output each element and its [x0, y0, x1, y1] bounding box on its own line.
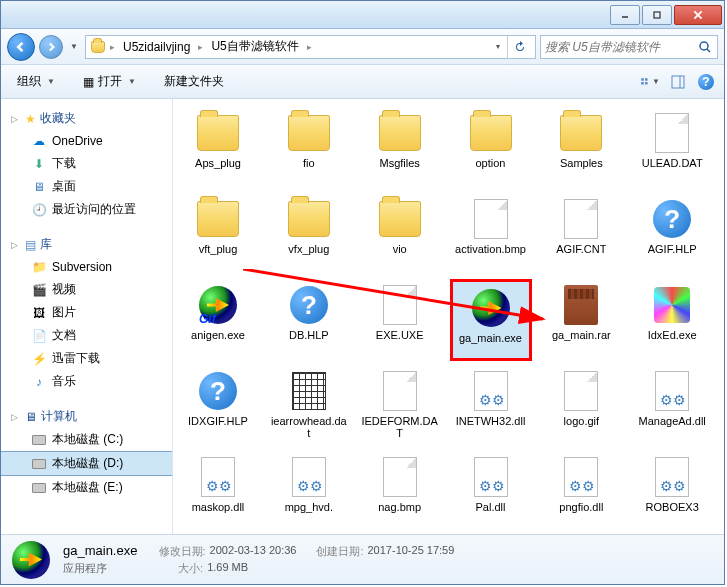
- file-item[interactable]: ?IDXGIF.HLP: [177, 365, 259, 447]
- file-label: vft_plug: [199, 243, 238, 255]
- breadcrumb-item[interactable]: U5zidailvjing: [119, 38, 194, 56]
- nav-history-dropdown[interactable]: ▼: [67, 37, 81, 57]
- file-label: ROBOEX3: [646, 501, 699, 513]
- titlebar: [1, 1, 724, 29]
- file-item[interactable]: ⚙⚙maskop.dll: [177, 451, 259, 533]
- file-label: anigen.exe: [191, 329, 245, 341]
- address-dropdown[interactable]: ▾: [491, 37, 505, 57]
- folder-icon: [90, 39, 106, 55]
- file-item[interactable]: ⚙⚙INETWH32.dll: [450, 365, 532, 447]
- search-input[interactable]: [545, 40, 696, 54]
- computer-header[interactable]: ▷🖥计算机: [1, 405, 172, 428]
- file-item[interactable]: ⚙⚙pngfio.dll: [540, 451, 622, 533]
- sidebar-item-thunder[interactable]: ⚡迅雷下载: [1, 347, 172, 370]
- file-label: fio: [303, 157, 315, 169]
- file-label: IDXGIF.HLP: [188, 415, 248, 427]
- details-filename: ga_main.exe: [63, 543, 137, 558]
- file-item[interactable]: IEDEFORM.DAT: [359, 365, 441, 447]
- close-button[interactable]: [674, 5, 722, 25]
- file-label: nag.bmp: [378, 501, 421, 513]
- sidebar-item-downloads[interactable]: ⬇下载: [1, 152, 172, 175]
- file-label: INETWH32.dll: [456, 415, 526, 427]
- nav-forward-button[interactable]: [39, 35, 63, 59]
- disk-icon: [31, 480, 47, 496]
- preview-pane-button[interactable]: [668, 72, 688, 92]
- dll-icon: ⚙⚙: [467, 455, 515, 499]
- search-box[interactable]: [540, 35, 718, 59]
- file-item[interactable]: ⚙⚙ManageAd.dll: [631, 365, 713, 447]
- file-label: EXE.UXE: [376, 329, 424, 341]
- file-item[interactable]: ?AGIF.HLP: [631, 193, 713, 275]
- desktop-icon: 🖥: [31, 179, 47, 195]
- library-icon: ▤: [25, 238, 36, 252]
- sidebar-item-subversion[interactable]: 📁Subversion: [1, 256, 172, 278]
- favorites-header[interactable]: ▷★收藏夹: [1, 107, 172, 130]
- file-item[interactable]: fio: [268, 107, 350, 189]
- file-item[interactable]: IdxEd.exe: [631, 279, 713, 361]
- sidebar-item-music[interactable]: ♪音乐: [1, 370, 172, 393]
- svg-rect-9: [645, 82, 648, 85]
- sidebar-item-videos[interactable]: 🎬视频: [1, 278, 172, 301]
- sidebar-item-recent[interactable]: 🕘最近访问的位置: [1, 198, 172, 221]
- folder-icon: [194, 111, 242, 155]
- minimize-button[interactable]: [610, 5, 640, 25]
- file-label: vfx_plug: [288, 243, 329, 255]
- file-item[interactable]: Gifanigen.exe: [177, 279, 259, 361]
- sidebar-item-onedrive[interactable]: ☁OneDrive: [1, 130, 172, 152]
- music-icon: ♪: [31, 374, 47, 390]
- sidebar-item-documents[interactable]: 📄文档: [1, 324, 172, 347]
- file-item[interactable]: ULEAD.DAT: [631, 107, 713, 189]
- file-item[interactable]: Aps_plug: [177, 107, 259, 189]
- star-icon: ★: [25, 112, 36, 126]
- video-icon: 🎬: [31, 282, 47, 298]
- help-button[interactable]: ?: [696, 72, 716, 92]
- refresh-button[interactable]: [507, 36, 531, 58]
- file-item[interactable]: ga_main.rar: [540, 279, 622, 361]
- file-item[interactable]: ⚙⚙ROBOEX3: [631, 451, 713, 533]
- sidebar-item-pictures[interactable]: 🖼图片: [1, 301, 172, 324]
- sidebar-item-disk-e[interactable]: 本地磁盘 (E:): [1, 476, 172, 499]
- cloud-icon: ☁: [31, 133, 47, 149]
- file-item[interactable]: vio: [359, 193, 441, 275]
- file-item[interactable]: logo.gif: [540, 365, 622, 447]
- file-label: Msgfiles: [379, 157, 419, 169]
- breadcrumb-item[interactable]: U5自带滤镜软件: [207, 36, 302, 57]
- libraries-header[interactable]: ▷▤库: [1, 233, 172, 256]
- file-item[interactable]: ga_main.exe: [450, 279, 532, 361]
- file-item[interactable]: vfx_plug: [268, 193, 350, 275]
- file-item[interactable]: ?DB.HLP: [268, 279, 350, 361]
- nav-back-button[interactable]: [7, 33, 35, 61]
- file-item[interactable]: option: [450, 107, 532, 189]
- address-path[interactable]: ▸ U5zidailvjing ▸ U5自带滤镜软件 ▸ ▾: [85, 35, 536, 59]
- file-item[interactable]: iearrowhead.dat: [268, 365, 350, 447]
- download-icon: ⬇: [31, 156, 47, 172]
- view-button[interactable]: ▼: [640, 72, 660, 92]
- grid-icon: [285, 369, 333, 413]
- file-item[interactable]: EXE.UXE: [359, 279, 441, 361]
- newfolder-button[interactable]: 新建文件夹: [156, 69, 232, 94]
- file-icon: [376, 369, 424, 413]
- file-item[interactable]: ⚙⚙Pal.dll: [450, 451, 532, 533]
- open-button[interactable]: ▦打开▼: [75, 69, 144, 94]
- file-item[interactable]: ⚙⚙mpg_hvd.: [268, 451, 350, 533]
- maximize-button[interactable]: [642, 5, 672, 25]
- file-item[interactable]: Msgfiles: [359, 107, 441, 189]
- organize-button[interactable]: 组织▼: [9, 69, 63, 94]
- file-label: Aps_plug: [195, 157, 241, 169]
- file-item[interactable]: nag.bmp: [359, 451, 441, 533]
- sidebar-item-disk-c[interactable]: 本地磁盘 (C:): [1, 428, 172, 451]
- rar-icon: [557, 283, 605, 327]
- search-icon[interactable]: [696, 40, 713, 54]
- file-label: Samples: [560, 157, 603, 169]
- file-list[interactable]: Aps_plugfioMsgfilesoptionSamplesULEAD.DA…: [173, 99, 724, 534]
- file-label: maskop.dll: [192, 501, 245, 513]
- svg-line-5: [707, 49, 710, 52]
- sidebar-item-desktop[interactable]: 🖥桌面: [1, 175, 172, 198]
- sidebar-item-disk-d[interactable]: 本地磁盘 (D:): [1, 451, 172, 476]
- file-item[interactable]: vft_plug: [177, 193, 259, 275]
- dll-icon: ⚙⚙: [194, 455, 242, 499]
- file-label: IEDEFORM.DAT: [361, 415, 439, 439]
- file-item[interactable]: activation.bmp: [450, 193, 532, 275]
- file-item[interactable]: Samples: [540, 107, 622, 189]
- file-item[interactable]: AGIF.CNT: [540, 193, 622, 275]
